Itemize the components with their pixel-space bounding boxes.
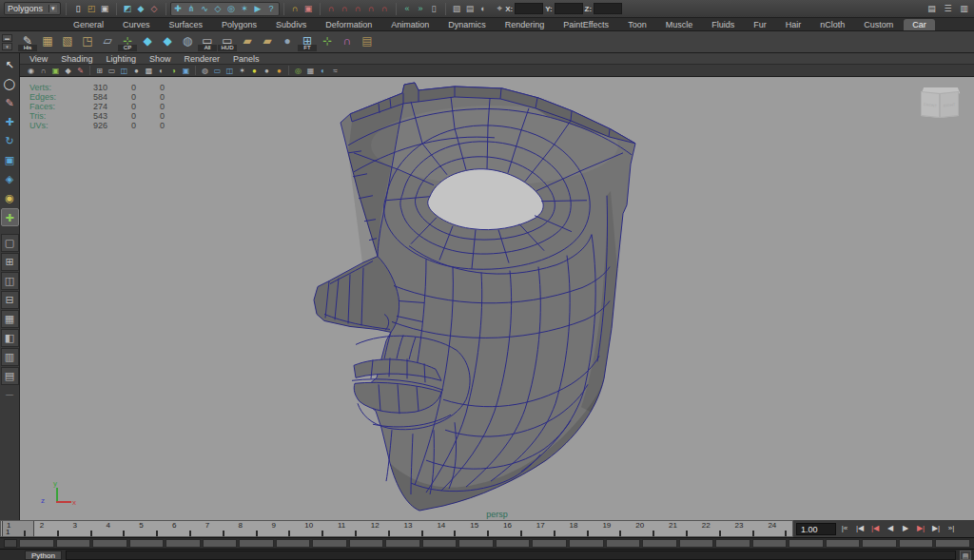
lasso-select-tool-icon[interactable]: ◯ — [1, 75, 19, 93]
wireframe-display-icon[interactable]: ◫ — [119, 66, 129, 76]
panel-menu-shading[interactable]: Shading — [61, 54, 92, 64]
show-channel-box-icon[interactable]: ▥ — [958, 3, 970, 15]
render-current-frame-icon[interactable]: ▤ — [464, 3, 477, 15]
lock-icon[interactable]: ∩ — [289, 3, 302, 15]
mask-handles-icon[interactable]: ✚ — [172, 3, 185, 15]
shelf-plane-button-1[interactable]: ▱ — [98, 32, 117, 51]
shelf-axis-button[interactable]: ⊹ — [318, 32, 337, 51]
outliner-persp-layout-button[interactable]: ▥ — [1, 348, 19, 366]
shelf-tab-animation[interactable]: Animation — [382, 19, 438, 30]
range-block[interactable] — [312, 539, 347, 548]
step-back-key-button[interactable]: |◀ — [867, 522, 883, 535]
all-lights-dot-icon[interactable]: ● — [274, 66, 284, 76]
range-block[interactable] — [715, 539, 750, 548]
shelf-tab-curves[interactable]: Curves — [114, 19, 159, 30]
paint-selection-tool-icon[interactable]: ✎ — [1, 94, 19, 112]
ipr-render-icon[interactable]: ◐ — [477, 3, 490, 15]
three-pane-top-layout-button[interactable]: ▦ — [1, 310, 19, 328]
range-start-handle[interactable] — [4, 539, 17, 548]
lock-camera-icon[interactable]: ∩ — [38, 66, 49, 76]
multisample-aa-icon[interactable]: ▦ — [305, 66, 316, 76]
range-block[interactable] — [789, 539, 824, 548]
open-scene-icon[interactable]: ◰ — [86, 3, 98, 15]
snap-to-points-icon[interactable]: ∩ — [352, 3, 364, 15]
move-tool-icon[interactable]: ✚ — [1, 113, 19, 131]
film-gate-icon[interactable]: ◫ — [224, 66, 235, 76]
shelf-magnet-button[interactable]: ∩ — [338, 32, 357, 51]
mask-surfaces-icon[interactable]: ◇ — [212, 3, 224, 15]
range-block[interactable] — [862, 539, 897, 548]
isolate-select-icon[interactable]: ◎ — [293, 66, 303, 76]
shelf-gem-button-1[interactable]: ◆ — [138, 32, 157, 51]
range-block[interactable] — [349, 539, 384, 548]
shelf-plane-button-2[interactable]: ▰ — [238, 32, 257, 51]
go-to-start-button[interactable]: |« — [837, 522, 852, 535]
step-forward-key-button[interactable]: ▶| — [913, 522, 928, 535]
range-block[interactable] — [532, 539, 567, 548]
range-block[interactable] — [752, 539, 788, 548]
two-pane-side-layout-button[interactable]: ◫ — [1, 272, 19, 290]
output-connections-icon[interactable]: » — [415, 3, 427, 15]
snap-to-curves-icon[interactable]: ∩ — [339, 3, 351, 15]
shelf-tab-fluids[interactable]: Fluids — [703, 19, 743, 30]
go-to-end-button[interactable]: »| — [944, 522, 959, 535]
range-slider-bar[interactable] — [19, 539, 970, 548]
range-block[interactable] — [642, 539, 677, 548]
range-block[interactable] — [385, 539, 420, 548]
range-block[interactable] — [496, 539, 531, 548]
shelf-box-button-3[interactable]: ◳ — [78, 32, 97, 51]
step-forward-frame-button[interactable]: ▶| — [928, 522, 944, 535]
soft-modification-tool-icon[interactable]: ◉ — [1, 189, 19, 207]
range-block[interactable] — [422, 539, 458, 548]
highlight-selection-mode-icon[interactable]: ▣ — [302, 3, 315, 15]
mask-rendering-icon[interactable]: ▶ — [252, 3, 264, 15]
range-block[interactable] — [606, 539, 641, 548]
range-block[interactable] — [679, 539, 714, 548]
textured-display-icon[interactable]: ▩ — [144, 66, 154, 76]
script-editor-icon[interactable]: ▤ — [960, 550, 971, 560]
two-pane-stacked-layout-button[interactable]: ⊟ — [1, 291, 19, 309]
motion-blur-icon[interactable]: ≈ — [330, 66, 341, 76]
view-cube-right-face[interactable]: RIGHT — [940, 91, 959, 118]
shelf-tab-general[interactable]: General — [65, 19, 112, 30]
shelf-tab-painteffects[interactable]: PaintEffects — [555, 19, 617, 30]
select-hierarchy-icon[interactable]: ◩ — [122, 3, 134, 15]
toolbox-collapse-handle[interactable]: — — [6, 390, 13, 398]
universal-manipulator-tool-icon[interactable]: ◈ — [1, 170, 19, 188]
shelf-tab-subdivs[interactable]: Subdivs — [267, 19, 315, 30]
time-slider-strip[interactable]: 1123456789101112131415161718192021222324 — [0, 520, 793, 537]
shelf-tab-rendering[interactable]: Rendering — [497, 19, 554, 30]
shelf-sphere-button[interactable]: ● — [278, 32, 297, 51]
four-pane-layout-button[interactable]: ⊞ — [1, 253, 19, 271]
range-block[interactable] — [458, 539, 494, 548]
range-block[interactable] — [56, 539, 91, 548]
construction-history-icon[interactable]: ▯ — [428, 3, 440, 15]
play-backwards-button[interactable]: ◀ — [883, 522, 898, 535]
range-block[interactable] — [166, 539, 201, 548]
range-block[interactable] — [239, 539, 274, 548]
x-field[interactable] — [515, 3, 543, 14]
mask-joints-icon[interactable]: ⋔ — [185, 3, 198, 15]
panel-menu-panels[interactable]: Panels — [233, 54, 260, 64]
play-forwards-button[interactable]: ▶ — [898, 522, 913, 535]
render-view-icon[interactable]: ▧ — [451, 3, 463, 15]
shelf-globe-button[interactable]: ◍ — [178, 32, 197, 51]
z-field[interactable] — [594, 3, 622, 14]
shelf-gem-button-2[interactable]: ◆ — [158, 32, 177, 51]
shelf-menu-button[interactable]: ▾ — [2, 43, 12, 50]
range-block[interactable] — [203, 539, 238, 548]
shelf-tab-toon[interactable]: Toon — [619, 19, 655, 30]
face-mesh-object[interactable] — [314, 83, 635, 511]
default-lights-dot-icon[interactable]: ● — [262, 66, 272, 76]
two-d-pan-zoom-icon[interactable]: ⊞ — [94, 66, 105, 76]
shelf-hud-button[interactable]: ▭HUD — [218, 32, 237, 51]
command-input[interactable] — [66, 550, 956, 560]
smooth-shade-icon[interactable]: ● — [131, 66, 142, 76]
show-tool-settings-icon[interactable]: ☰ — [942, 3, 954, 15]
rotate-tool-icon[interactable]: ↻ — [1, 132, 19, 150]
panel-menu-renderer[interactable]: Renderer — [184, 54, 220, 64]
snap-to-projected-center-icon[interactable]: ∩ — [365, 3, 378, 15]
shelf-all-button[interactable]: ▭All — [198, 32, 217, 51]
grease-pencil-icon[interactable]: ▭ — [107, 66, 117, 76]
shelf-tab-surfaces[interactable]: Surfaces — [161, 19, 212, 30]
